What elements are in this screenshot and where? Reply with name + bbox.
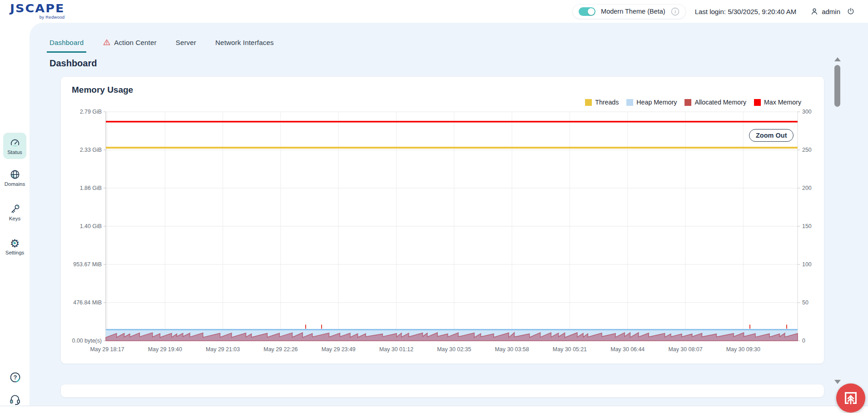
sidebar-item-keys[interactable]: Keys <box>3 199 26 225</box>
tab-label: Action Center <box>114 39 156 46</box>
username: admin <box>822 8 840 15</box>
sidebar-item-label: Domains <box>5 181 25 187</box>
user-menu[interactable]: admin <box>810 7 840 16</box>
header-controls: Modern Theme (Beta) i Last login: 5/30/2… <box>572 0 855 23</box>
top-header: JSCAPE by Redwood Modern Theme (Beta) i … <box>0 0 868 23</box>
svg-text:50: 50 <box>802 299 808 306</box>
svg-text:May 30 03:58: May 30 03:58 <box>495 346 529 353</box>
tab-bar: Dashboard Action Center Server Network I… <box>47 36 277 53</box>
theme-pill: Modern Theme (Beta) i <box>572 4 686 19</box>
chart-title: Memory Usage <box>72 85 133 95</box>
last-login-text: Last login: 5/30/2025, 9:20:40 AM <box>695 8 797 15</box>
svg-text:?: ? <box>14 374 17 381</box>
sidebar-item-label: Settings <box>5 250 25 255</box>
legend-item[interactable]: Allocated Memory <box>684 99 746 106</box>
svg-text:May 29 22:26: May 29 22:26 <box>263 346 298 353</box>
svg-text:150: 150 <box>802 223 812 229</box>
chart-axis-labels: 2.79 GiB3002.33 GiB2501.86 GiB2001.40 Gi… <box>72 109 812 353</box>
key-icon <box>9 203 21 215</box>
support-widget-button[interactable] <box>836 383 865 413</box>
svg-text:200: 200 <box>802 185 812 191</box>
scrollbar-up-arrow[interactable] <box>834 57 841 61</box>
legend-swatch <box>754 99 761 106</box>
svg-text:2.79 GiB: 2.79 GiB <box>80 109 102 115</box>
tab-action-center[interactable]: Action Center <box>100 36 159 53</box>
support-headset-button[interactable] <box>9 393 21 408</box>
svg-text:May 30 02:35: May 30 02:35 <box>437 346 471 353</box>
svg-text:1.86 GiB: 1.86 GiB <box>80 185 102 191</box>
svg-text:i: i <box>675 9 676 14</box>
tab-label: Network Interfaces <box>215 39 274 46</box>
footer-strip <box>0 406 868 413</box>
modern-theme-toggle[interactable] <box>579 7 595 16</box>
svg-text:0.00 byte(s): 0.00 byte(s) <box>72 338 102 344</box>
sidebar-item-label: Keys <box>9 216 21 221</box>
sidebar-item-domains[interactable]: Domains <box>3 164 26 191</box>
tab-dashboard[interactable]: Dashboard <box>47 36 86 53</box>
svg-text:May 30 09:30: May 30 09:30 <box>726 346 760 353</box>
globe-icon <box>9 169 21 180</box>
svg-text:2.33 GiB: 2.33 GiB <box>80 147 102 153</box>
chart-grid <box>104 112 800 341</box>
jscape-logo[interactable]: JSCAPE by Redwood <box>10 2 64 20</box>
legend-label: Heap Memory <box>636 99 677 106</box>
tab-network-interfaces[interactable]: Network Interfaces <box>213 36 277 53</box>
secondary-card <box>60 384 824 398</box>
arrow-up-square-icon <box>842 389 859 407</box>
help-button[interactable]: ? <box>9 371 21 385</box>
chart-legend: ThreadsHeap MemoryAllocated MemoryMax Me… <box>585 99 801 106</box>
legend-swatch <box>684 99 691 106</box>
gauge-icon <box>9 137 21 149</box>
svg-text:May 30 01:12: May 30 01:12 <box>379 346 413 353</box>
memory-usage-chart[interactable]: 2.79 GiB3002.33 GiB2501.86 GiB2001.40 Gi… <box>61 109 825 362</box>
svg-text:0: 0 <box>802 338 805 344</box>
svg-text:476.84 MiB: 476.84 MiB <box>73 299 102 306</box>
legend-label: Allocated Memory <box>694 99 746 106</box>
legend-label: Threads <box>595 99 619 106</box>
left-sidebar: Status Domains Keys ⚙▶ Settings <box>0 23 30 413</box>
tab-server[interactable]: Server <box>173 36 199 53</box>
sidebar-item-label: Status <box>7 149 22 155</box>
tab-label: Server <box>176 39 196 46</box>
svg-text:May 29 19:40: May 29 19:40 <box>148 346 182 353</box>
logo-tagline: by Redwood <box>10 15 64 20</box>
legend-item[interactable]: Max Memory <box>754 99 801 106</box>
sidebar-item-status[interactable]: Status <box>3 133 26 159</box>
legend-item[interactable]: Heap Memory <box>626 99 677 106</box>
main-content-panel: Dashboard Action Center Server Network I… <box>30 23 868 406</box>
svg-text:953.67 MiB: 953.67 MiB <box>73 261 102 268</box>
scrollbar-thumb[interactable] <box>834 65 840 107</box>
sidebar-item-settings[interactable]: ⚙▶ Settings <box>3 234 26 260</box>
toggle-knob <box>588 8 595 15</box>
logout-power-button[interactable] <box>847 7 855 15</box>
logo-text: JSCAPE <box>10 2 64 15</box>
legend-swatch <box>585 99 592 106</box>
warning-icon <box>103 38 111 46</box>
svg-text:300: 300 <box>802 109 812 115</box>
svg-text:May 30 05:21: May 30 05:21 <box>553 346 587 353</box>
page-title: Dashboard <box>50 58 97 69</box>
gear-icon: ⚙▶ <box>10 238 20 249</box>
chart-series <box>106 122 798 341</box>
legend-label: Max Memory <box>764 99 801 106</box>
svg-text:May 29 18:17: May 29 18:17 <box>90 346 124 353</box>
memory-usage-card: Memory Usage ThreadsHeap MemoryAllocated… <box>60 76 824 364</box>
tab-label: Dashboard <box>50 39 84 46</box>
svg-text:1.40 GiB: 1.40 GiB <box>80 223 102 229</box>
svg-text:May 29 21:03: May 29 21:03 <box>206 346 240 353</box>
scrollbar-down-arrow[interactable] <box>834 380 841 384</box>
svg-text:100: 100 <box>802 261 812 268</box>
svg-text:May 30 06:44: May 30 06:44 <box>610 346 645 353</box>
svg-text:May 30 08:07: May 30 08:07 <box>668 346 702 353</box>
user-icon <box>810 7 819 16</box>
info-icon[interactable]: i <box>671 7 680 16</box>
legend-swatch <box>626 99 633 106</box>
svg-text:May 29 23:49: May 29 23:49 <box>322 346 356 353</box>
svg-text:250: 250 <box>802 147 812 153</box>
theme-toggle-label: Modern Theme (Beta) <box>601 8 665 15</box>
legend-item[interactable]: Threads <box>585 99 619 106</box>
